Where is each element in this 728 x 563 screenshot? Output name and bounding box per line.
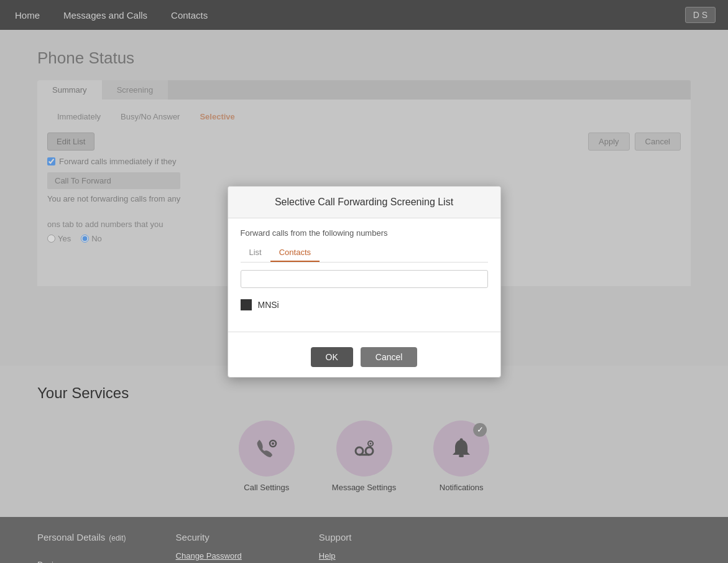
modal-header: Selective Call Forwarding Screening List <box>228 187 500 218</box>
contact-checkbox[interactable] <box>241 299 252 310</box>
modal-contact-row: MNSi <box>241 295 488 314</box>
modal-dialog: Selective Call Forwarding Screening List… <box>228 186 501 378</box>
modal-tabs: List Contacts <box>241 244 488 263</box>
modal-body: Forward calls from the following numbers… <box>228 218 500 324</box>
modal-tab-list[interactable]: List <box>241 244 270 262</box>
modal-subtitle: Forward calls from the following numbers <box>241 228 488 238</box>
modal-title: Selective Call Forwarding Screening List <box>275 197 453 207</box>
modal-ok-button[interactable]: OK <box>311 347 353 367</box>
modal-search-input[interactable] <box>241 270 488 288</box>
modal-cancel-button[interactable]: Cancel <box>361 347 418 367</box>
modal-footer: OK Cancel <box>228 340 500 377</box>
modal-divider <box>228 332 500 332</box>
modal-tab-contacts[interactable]: Contacts <box>270 244 320 262</box>
contact-name: MNSi <box>258 300 279 310</box>
modal-backdrop: Selective Call Forwarding Screening List… <box>0 0 728 563</box>
